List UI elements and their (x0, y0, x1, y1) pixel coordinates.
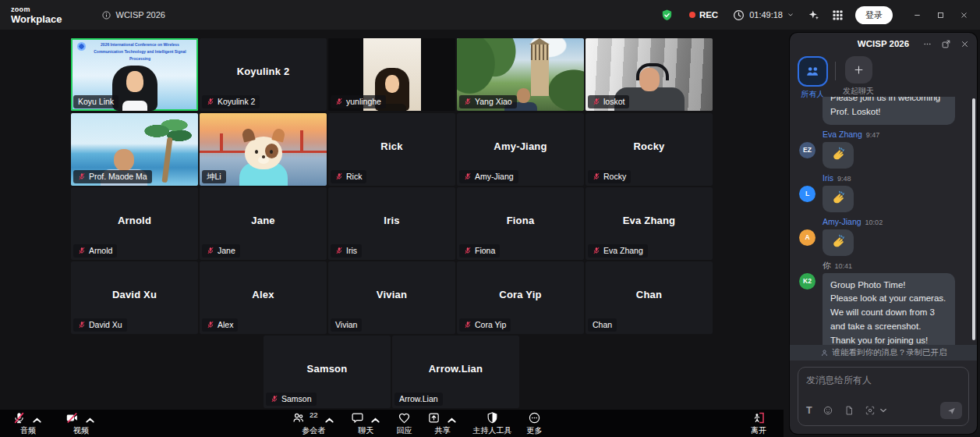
avatar: K2 (799, 273, 815, 290)
toolbar-chat-button[interactable]: 聊天 (351, 411, 382, 436)
mic-muted-small-icon (464, 247, 472, 254)
participant-name-label: Yang Xiao (459, 95, 517, 108)
participant-name-label: Arrow.Lian (394, 393, 443, 406)
toolbar-participants-label: 参会者 (302, 425, 325, 436)
participant-tile-samson[interactable]: SamsonSamson (264, 336, 391, 408)
participants-menu-caret[interactable] (323, 411, 336, 427)
participant-tile-alex[interactable]: AlexAlex (200, 261, 327, 334)
chat-close-icon[interactable] (960, 39, 970, 49)
participant-name: Vivian (377, 289, 407, 300)
participant-name-label: Arnold (73, 244, 117, 258)
video-menu-caret[interactable] (83, 411, 97, 427)
chat-popout-icon[interactable] (941, 39, 951, 49)
participant-name-label: Jane (202, 244, 240, 258)
mic-muted-small-icon (593, 172, 600, 180)
participant-name: Arrow.Lian (429, 363, 483, 375)
participant-tile-amy-jiang[interactable]: Amy-JiangAmy-Jiang (457, 113, 584, 186)
tab-new-chat[interactable]: 发起聊天 (843, 56, 874, 97)
format-text-icon[interactable]: T (806, 405, 812, 416)
security-shield-icon[interactable] (660, 9, 674, 22)
participant-tile-prof-maode-ma[interactable]: Prof. Maode Ma (71, 113, 198, 186)
meeting-info[interactable]: WCISP 2026 (101, 10, 165, 20)
participant-tile-rocky[interactable]: RockyRocky (586, 113, 713, 186)
mic-muted-small-icon (593, 247, 600, 254)
tab-divider (835, 62, 836, 80)
mic-muted-small-icon (593, 98, 600, 105)
toolbar-host-tools-button[interactable]: 主持人工具 (473, 411, 512, 436)
participant-name: Arnold (118, 215, 151, 226)
chat-visibility-notice[interactable]: 谁能看到你的消息？录制已开启 (790, 345, 977, 361)
chat-clap-emoji-bubble (823, 229, 854, 256)
apps-grid-icon[interactable] (831, 9, 844, 22)
toolbar-video-button[interactable]: 视频 (65, 411, 97, 436)
participant-name-label: Fiona (459, 244, 500, 258)
participant-tile-fiona[interactable]: FionaFiona (457, 187, 584, 260)
participant-name-label: Alex (202, 318, 238, 332)
toolbar-audio-button[interactable]: 音频 (12, 411, 44, 436)
toolbar-leave-button[interactable]: 离开 (751, 411, 766, 436)
participant-tile-loskot[interactable]: loskot (586, 38, 713, 111)
participant-name-label: Samson (266, 393, 317, 406)
participant-tile-eva-zhang[interactable]: Eva ZhangEva Zhang (586, 187, 713, 260)
chat-more-icon[interactable] (922, 39, 932, 49)
participant-name-label: Koyu Link (73, 95, 119, 108)
window-minimize-button[interactable] (905, 0, 929, 30)
emoji-icon[interactable] (823, 405, 833, 416)
file-icon[interactable] (844, 405, 854, 416)
toolbar-participants-button[interactable]: 22参会者 (292, 411, 336, 436)
participant-name: Iris (384, 215, 399, 226)
participant-tile-arnold[interactable]: ArnoldArnold (71, 187, 198, 260)
participant-tile-chan[interactable]: ChanChan (586, 261, 713, 334)
chat-message: Iris9:48L (799, 173, 968, 212)
participant-name-label: Eva Zhang (588, 244, 648, 258)
participant-tile-david-xu[interactable]: David XuDavid Xu (71, 261, 198, 334)
shield-half-icon (486, 411, 499, 425)
participants-count: 22 (310, 411, 318, 419)
toolbar-reactions-button[interactable]: 回应 (397, 411, 412, 436)
video-grid: 2026 International Conference on Wireles… (0, 30, 784, 437)
participant-tile-arrow-lian[interactable]: Arrow.LianArrow.Lian (392, 336, 519, 408)
participant-tile-rick[interactable]: RickRick (328, 113, 455, 186)
everyone-people-icon (805, 64, 820, 79)
toolbar-more-button[interactable]: 更多 (527, 411, 543, 436)
login-button[interactable]: 登录 (855, 6, 893, 24)
share-menu-caret[interactable] (445, 411, 458, 427)
participant-name: Amy-Jiang (494, 140, 547, 152)
participant-name-label: Amy-Jiang (459, 170, 518, 183)
ai-companion-icon[interactable] (807, 9, 820, 22)
send-button[interactable] (940, 402, 962, 419)
participant-tile-yunlinghe[interactable]: yunlinghe (328, 38, 455, 111)
participant-tile-yang-xiao[interactable]: Yang Xiao (457, 38, 584, 111)
chat-input[interactable]: 发消息给所有人 (798, 368, 968, 402)
screenshot-button[interactable] (865, 405, 889, 416)
participant-tile-li[interactable]: 坤Li (200, 113, 327, 186)
meeting-timer[interactable]: 01:49:18 (732, 9, 794, 22)
chat-menu-caret[interactable] (369, 411, 382, 427)
participant-tile-jane[interactable]: JaneJane (200, 187, 327, 260)
mic-muted-small-icon (78, 321, 86, 329)
person-icon (820, 349, 829, 357)
participant-tile-cora-yip[interactable]: Cora YipCora Yip (457, 261, 584, 334)
toolbar-share-button[interactable]: 共享 (427, 411, 458, 436)
audio-menu-caret[interactable] (30, 411, 44, 427)
participant-tile-koyulink-2[interactable]: Koyulink 2Koyulink 2 (200, 38, 327, 111)
mic-muted-small-icon (78, 172, 86, 180)
chat-scrollbar[interactable] (972, 98, 975, 340)
window-close-button[interactable] (952, 0, 975, 30)
participant-tile-vivian[interactable]: VivianVivian (328, 261, 455, 334)
chevron-down-icon[interactable] (787, 11, 794, 19)
screenshot-icon (865, 405, 876, 416)
participant-tile-iris[interactable]: IrisIris (328, 187, 455, 260)
chat-compose-box[interactable]: 发消息给所有人 T (798, 367, 969, 426)
toolbar-leave-label: 离开 (751, 425, 766, 436)
chat-message-list: Please join us in welcoming Prof. Loskot… (790, 97, 977, 345)
chat-clap-emoji-bubble (823, 142, 854, 169)
participant-tile-koyu-link[interactable]: 2026 International Conference on Wireles… (71, 38, 198, 111)
chat-author: Iris (823, 173, 833, 183)
chevron-down-icon[interactable] (878, 405, 889, 416)
recording-indicator: REC (689, 10, 718, 20)
participant-name-label: Vivian (331, 318, 362, 332)
tab-everyone[interactable]: 所有人 (798, 56, 828, 100)
chat-author: Amy-Jiang (823, 217, 861, 226)
window-maximize-button[interactable] (929, 0, 952, 30)
